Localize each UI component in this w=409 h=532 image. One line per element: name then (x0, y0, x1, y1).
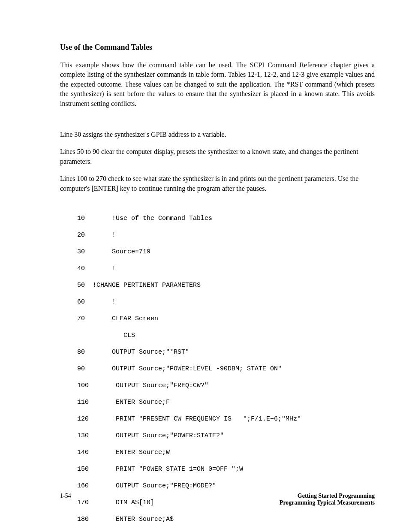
code-line: 30 Source=719 (77, 248, 375, 256)
code-line: 130 OUTPUT Source;"POWER:STATE?" (77, 432, 375, 440)
code-line: CLS (77, 331, 375, 340)
note-3: Lines 100 to 270 check to see what state… (60, 174, 375, 193)
code-line: 140 ENTER Source;W (77, 448, 375, 457)
code-line: 40 ! (77, 264, 375, 273)
page-title: Programming Typical Measurements (280, 499, 375, 506)
section-title: Use of the Command Tables (60, 43, 375, 52)
code-line: 50 !CHANGE PERTINENT PARAMETERS (77, 281, 375, 290)
code-line: 100 OUTPUT Source;"FREQ:CW?" (77, 382, 375, 390)
code-line: 10 !Use of the Command Tables (77, 214, 375, 223)
code-line: 180 ENTER Source;A$ (77, 515, 375, 524)
page-footer: 1-54 Getting Started Programming Program… (60, 493, 375, 506)
intro-paragraph: This example shows how the command table… (60, 60, 375, 108)
code-line: 70 CLEAR Screen (77, 315, 375, 323)
page-number: 1-54 (60, 493, 71, 506)
code-line: 110 ENTER Source;F (77, 398, 375, 407)
code-listing: 10 !Use of the Command Tables 20 ! 30 So… (77, 206, 375, 532)
code-line: 120 PRINT "PRESENT CW FREQUENCY IS ";F/1… (77, 415, 375, 424)
code-line: 150 PRINT "POWER STATE 1=ON 0=OFF ";W (77, 465, 375, 474)
chapter-label: Getting Started Programming (280, 493, 375, 499)
code-line: 80 OUTPUT Source;"*RST" (77, 348, 375, 357)
code-line: 90 OUTPUT Source;"POWER:LEVEL -90DBM; ST… (77, 365, 375, 373)
note-1: Line 30 assigns the synthesizer's GPIB a… (60, 130, 375, 139)
note-2: Lines 50 to 90 clear the computer displa… (60, 147, 375, 166)
code-line: 20 ! (77, 231, 375, 240)
code-line: 160 OUTPUT Source;"FREQ:MODE?" (77, 482, 375, 490)
code-line: 60 ! (77, 298, 375, 307)
